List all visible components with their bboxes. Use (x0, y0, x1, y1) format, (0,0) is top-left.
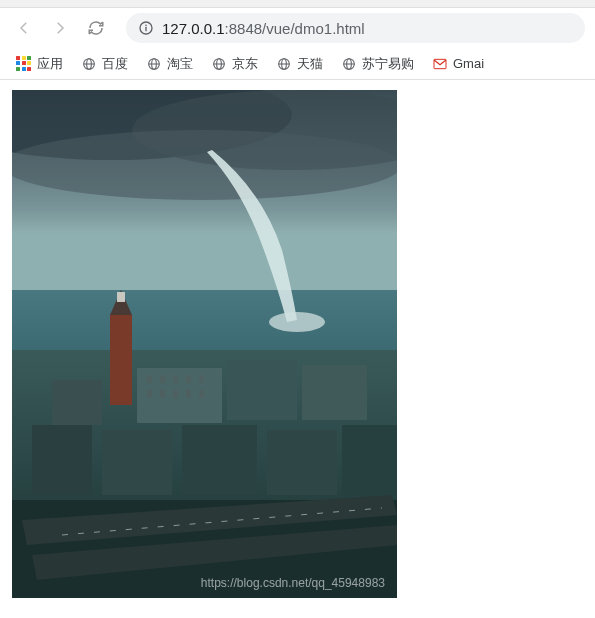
svg-point-24 (269, 312, 325, 332)
svg-rect-41 (160, 375, 165, 383)
bookmark-taobao[interactable]: 淘宝 (140, 51, 199, 77)
arrow-left-icon (15, 19, 33, 37)
svg-rect-23 (12, 290, 397, 360)
bookmark-jd[interactable]: 京东 (205, 51, 264, 77)
browser-toolbar: 127.0.0.1:8848/vue/dmo1.html (0, 8, 595, 48)
svg-rect-42 (173, 375, 178, 383)
bookmark-label: 天猫 (297, 55, 323, 73)
svg-rect-47 (173, 390, 178, 398)
url-host: 127.0.0.1 (162, 20, 225, 37)
svg-rect-29 (52, 380, 102, 425)
address-bar[interactable]: 127.0.0.1:8848/vue/dmo1.html (126, 13, 585, 43)
svg-point-22 (12, 130, 397, 200)
content-image: https://blog.csdn.net/qq_45948983 (12, 90, 397, 598)
apps-grid-icon (16, 56, 32, 72)
site-info-icon[interactable] (138, 20, 154, 36)
url-path: :8848/vue/dmo1.html (225, 20, 365, 37)
globe-icon (211, 56, 227, 72)
browser-tab-strip (0, 0, 595, 8)
bookmark-tmall[interactable]: 天猫 (270, 51, 329, 77)
svg-rect-32 (302, 365, 367, 420)
tornado-photo-icon (12, 90, 397, 598)
bookmark-suning[interactable]: 苏宁易购 (335, 51, 420, 77)
url-text: 127.0.0.1:8848/vue/dmo1.html (162, 20, 365, 37)
svg-rect-44 (199, 375, 204, 383)
image-watermark: https://blog.csdn.net/qq_45948983 (201, 576, 385, 590)
arrow-right-icon (51, 19, 69, 37)
reload-icon (87, 19, 105, 37)
reload-button[interactable] (82, 14, 110, 42)
bookmarks-bar: 应用 百度 淘宝 京东 天猫 苏宁易购 Gmai (0, 48, 595, 80)
forward-button[interactable] (46, 14, 74, 42)
bookmark-label: 京东 (232, 55, 258, 73)
bookmark-baidu[interactable]: 百度 (75, 51, 134, 77)
svg-rect-46 (160, 390, 165, 398)
globe-icon (341, 56, 357, 72)
globe-icon (276, 56, 292, 72)
svg-rect-34 (102, 430, 172, 495)
back-button[interactable] (10, 14, 38, 42)
svg-rect-45 (147, 390, 152, 398)
svg-rect-48 (186, 390, 191, 398)
svg-rect-35 (182, 425, 257, 495)
gmail-icon (432, 56, 448, 72)
svg-rect-37 (342, 425, 397, 495)
apps-button[interactable]: 应用 (10, 51, 69, 77)
svg-rect-36 (267, 430, 337, 495)
apps-label: 应用 (37, 55, 63, 73)
bookmark-label: 苏宁易购 (362, 55, 414, 73)
svg-rect-33 (32, 425, 92, 495)
globe-icon (81, 56, 97, 72)
page-content: https://blog.csdn.net/qq_45948983 (0, 80, 595, 598)
svg-rect-43 (186, 375, 191, 383)
bookmark-label: Gmai (453, 56, 484, 71)
bookmark-label: 淘宝 (167, 55, 193, 73)
bookmark-gmail[interactable]: Gmai (426, 52, 490, 76)
bookmark-label: 百度 (102, 55, 128, 73)
svg-rect-31 (227, 360, 297, 420)
globe-icon (146, 56, 162, 72)
svg-rect-40 (147, 375, 152, 383)
svg-rect-26 (110, 315, 132, 405)
svg-rect-28 (117, 292, 125, 302)
svg-rect-49 (199, 390, 204, 398)
